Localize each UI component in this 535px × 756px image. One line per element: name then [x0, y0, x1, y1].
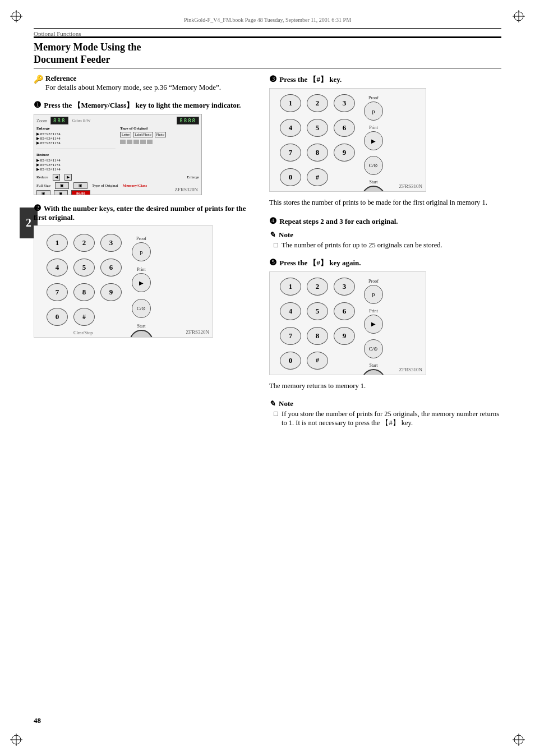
- step-1-header: ❶ Press the 【Memory/Class】 key to light …: [34, 100, 252, 110]
- step-1-image: Zoom 888 Color: B/W 8888 Enlarge ▶ 85+93…: [34, 114, 202, 195]
- step-2-image: 1 2 3 4 5 6 7 8 9 0 #: [34, 225, 213, 338]
- s5-key-2: 2: [307, 278, 328, 296]
- step-5-body: The memory returns to memory 1.: [269, 381, 501, 391]
- key-3: 3: [100, 234, 122, 252]
- key-0: 0: [47, 308, 68, 326]
- key-start: ◇: [130, 330, 153, 338]
- header-bar: Optional Functions: [34, 28, 501, 37]
- step-5-number: ❺: [269, 258, 276, 267]
- s5-key-5: 5: [307, 302, 328, 320]
- keypad-grid: 1 2 3 4 5 6 7 8 9 0 #: [47, 234, 123, 328]
- step-4-number: ❹: [269, 216, 276, 225]
- reference-label: Reference: [45, 74, 76, 82]
- step-2-instruction: With the number keys, enter the desired …: [34, 204, 246, 222]
- key-hash: #: [73, 308, 95, 326]
- final-note: ✎ Note If you store the number of prints…: [269, 399, 501, 428]
- reference-icon: 🔑: [34, 75, 43, 84]
- final-note-list: If you store the number of prints for 25…: [269, 410, 501, 428]
- key-4: 4: [47, 259, 68, 276]
- main-content: Memory Mode Using the Document Feeder 🔑 …: [34, 36, 501, 728]
- s3-key-5: 5: [307, 119, 328, 137]
- s5-key-hash: #: [307, 352, 328, 370]
- step-4-header: ❹ Repeat steps 2 and 3 for each original…: [269, 216, 501, 226]
- note-icon: ✎: [269, 231, 275, 239]
- reference-block: 🔑 Reference For details about Memory mod…: [34, 74, 252, 92]
- step-3-header: ❸ Press the 【#】 key.: [269, 74, 501, 85]
- step-3-number: ❸: [269, 75, 276, 84]
- s3-key-hash: #: [307, 168, 328, 186]
- s5-key-4: 4: [280, 302, 301, 320]
- s5-key-1: 1: [280, 278, 301, 296]
- step-5-image-label: ZFRS310N: [399, 367, 422, 372]
- s3-key-proof: p: [364, 102, 383, 121]
- s3-key-4: 4: [280, 119, 301, 137]
- step-2-number: ❷: [34, 204, 41, 213]
- final-note-title: ✎ Note: [269, 399, 501, 408]
- s5-key-3: 3: [334, 278, 355, 296]
- key-6: 6: [100, 259, 122, 276]
- s3-key-8: 8: [307, 144, 328, 162]
- key-8: 8: [73, 283, 95, 301]
- reference-text: For details about Memory mode, see p.36 …: [45, 83, 221, 92]
- s3-key-1: 1: [280, 94, 301, 112]
- step-1-image-label: ZFRS320N: [174, 187, 198, 192]
- s5-key-start: ◇: [362, 369, 385, 375]
- s5-key-proof: p: [364, 285, 383, 304]
- step-5: ❺ Press the 【#】 key again. 1 2 3 4 5: [269, 257, 501, 391]
- file-info: PinkGold-F_V4_FM.book Page 48 Tuesday, S…: [0, 17, 535, 23]
- step-4-note: ✎ Note The number of prints for up to 25…: [269, 231, 501, 250]
- s5-key-0: 0: [280, 352, 301, 370]
- step-3-image: 1 2 3 4 5 6 7 8 9 0 #: [269, 88, 426, 192]
- section-heading: Memory Mode Using the Document Feeder: [34, 36, 501, 68]
- key-2: 2: [73, 234, 95, 252]
- step-2-image-label: ZFRS320N: [186, 329, 209, 335]
- key-clear: C/⊙: [132, 299, 151, 318]
- s3-key-9: 9: [334, 144, 355, 162]
- step-3-body: This stores the number of prints to be m…: [269, 197, 501, 208]
- step-1-number: ❶: [34, 100, 41, 109]
- s3-key-2: 2: [307, 94, 328, 112]
- s5-key-7: 7: [280, 327, 301, 345]
- corner-mark-bl: [10, 734, 22, 746]
- s5-key-6: 6: [334, 302, 355, 320]
- key-9: 9: [100, 283, 122, 301]
- s3-key-7: 7: [280, 144, 301, 162]
- s3-key-6: 6: [334, 119, 355, 137]
- key-print: ▶: [132, 273, 151, 292]
- s5-key-print: ▶: [364, 315, 383, 334]
- left-column: 🔑 Reference For details about Memory mod…: [34, 74, 252, 428]
- reference-content: Reference For details about Memory mode,…: [45, 74, 221, 92]
- s3-key-start: ◇: [362, 186, 385, 192]
- note-4-list: The number of prints for up to 25 origin…: [269, 241, 501, 250]
- step-2-header: ❷ With the number keys, enter the desire…: [34, 203, 252, 222]
- step-5-instruction: Press the 【#】 key again.: [279, 259, 361, 267]
- s5-key-8: 8: [307, 327, 328, 345]
- two-column-layout: 🔑 Reference For details about Memory mod…: [34, 74, 501, 428]
- s5-key-clear: C/⊙: [364, 339, 383, 358]
- step-5-image: 1 2 3 4 5 6 7 8 9 0 #: [269, 271, 426, 375]
- step-1-instruction: Press the 【Memory/Class】 key to light th…: [44, 101, 241, 109]
- s3-key-0: 0: [280, 168, 301, 186]
- step-5-header: ❺ Press the 【#】 key again.: [269, 257, 501, 268]
- step-3: ❸ Press the 【#】 key. 1 2 3 4 5: [269, 74, 501, 208]
- step-2: ❷ With the number keys, enter the desire…: [34, 203, 252, 338]
- key-5: 5: [73, 259, 95, 276]
- s3-key-print: ▶: [364, 131, 383, 150]
- key-7: 7: [47, 283, 68, 301]
- s3-key-clear: C/⊙: [364, 156, 383, 175]
- step3-keypad-grid: 1 2 3 4 5 6 7 8 9 0 #: [280, 94, 356, 188]
- step5-keypad-grid: 1 2 3 4 5 6 7 8 9 0 #: [280, 278, 356, 372]
- corner-mark-br: [513, 734, 525, 746]
- step-3-image-label: ZFRS310N: [399, 183, 422, 189]
- step-1: ❶ Press the 【Memory/Class】 key to light …: [34, 100, 252, 195]
- final-note-icon: ✎: [269, 399, 275, 408]
- key-1: 1: [47, 234, 68, 252]
- section-title: Memory Mode Using the Document Feeder: [34, 42, 501, 66]
- key-proof: p: [132, 242, 151, 261]
- step-3-instruction: Press the 【#】 key.: [279, 75, 342, 84]
- right-column: ❸ Press the 【#】 key. 1 2 3 4 5: [269, 74, 501, 428]
- note-4-title: ✎ Note: [269, 231, 501, 239]
- step-4: ❹ Repeat steps 2 and 3 for each original…: [269, 216, 501, 250]
- page-number: 48: [34, 716, 41, 725]
- s3-key-3: 3: [334, 94, 355, 112]
